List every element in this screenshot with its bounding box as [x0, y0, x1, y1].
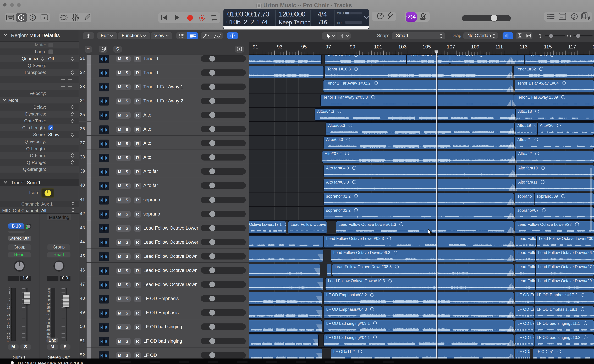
svg-text:?: ? [31, 15, 34, 20]
